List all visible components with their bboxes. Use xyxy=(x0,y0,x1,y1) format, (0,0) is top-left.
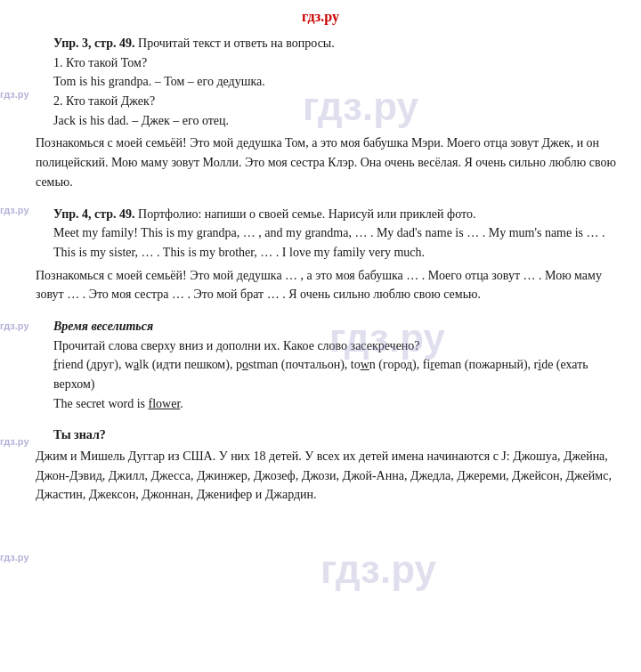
exercise-4-title: Упр. 4, стр. 49. xyxy=(53,207,135,221)
fun-time-words: friend (друг), walk (идти пешком), postm… xyxy=(18,355,623,393)
exercise-3-q2-answer: Jack is his dad. – Джек – его отец. xyxy=(18,111,623,131)
exercise-4: Упр. 4, стр. 49. Портфолио: напиши о сво… xyxy=(18,205,623,304)
exercise-4-header: Упр. 4, стр. 49. Портфолио: напиши о сво… xyxy=(18,207,475,221)
did-you-know-title: Ты знал? xyxy=(18,425,623,445)
exercise-4-instruction: Портфолио: напиши о своей семье. Нарисуй… xyxy=(138,207,475,221)
page-header: гдз.ру xyxy=(18,9,623,25)
watermark-7: гдз.ру xyxy=(0,552,29,563)
exercise-3-instruction: Прочитай текст и ответь на вопросы. xyxy=(138,36,335,50)
exercise-3-q1-answer: Tom is his grandpa. – Том – его дедушка. xyxy=(18,72,623,92)
exercise-4-text-en: Meet my family! This is my grandpa, … , … xyxy=(18,223,623,262)
watermark-8: гдз.ру xyxy=(320,547,436,592)
exercise-3-q1-label: 1. Кто такой Том? xyxy=(18,53,623,73)
fun-time-title: Время веселиться xyxy=(18,317,623,336)
exercise-4-text-ru: Познакомься с моей семьёй! Это мой дедуш… xyxy=(18,266,623,304)
fun-time-section: Время веселиться Прочитай слова сверху в… xyxy=(18,317,623,413)
page-container: гдз.ру гдз.ру гдз.ру гдз.ру гдз.ру гдз.р… xyxy=(0,0,641,522)
header-title: гдз.ру xyxy=(302,9,339,24)
exercise-3: Упр. 3, стр. 49. Прочитай текст и ответь… xyxy=(18,34,623,192)
did-you-know-section: Ты знал? Джим и Мишель Дуггар из США. У … xyxy=(18,425,623,505)
exercise-3-title: Упр. 3, стр. 49. xyxy=(53,36,135,50)
exercise-3-q2-label: 2. Кто такой Джек? xyxy=(18,92,623,111)
fun-time-answer: The secret word is flower. xyxy=(18,394,623,414)
exercise-3-header: Упр. 3, стр. 49. Прочитай текст и ответь… xyxy=(18,36,335,50)
exercise-3-text-ru: Познакомься с моей семьёй! Это мой дедуш… xyxy=(18,134,623,191)
fun-time-instruction: Прочитай слова сверху вниз и дополни их.… xyxy=(18,336,623,356)
did-you-know-text: Джим и Мишель Дуггар из США. У них 18 де… xyxy=(18,447,623,505)
